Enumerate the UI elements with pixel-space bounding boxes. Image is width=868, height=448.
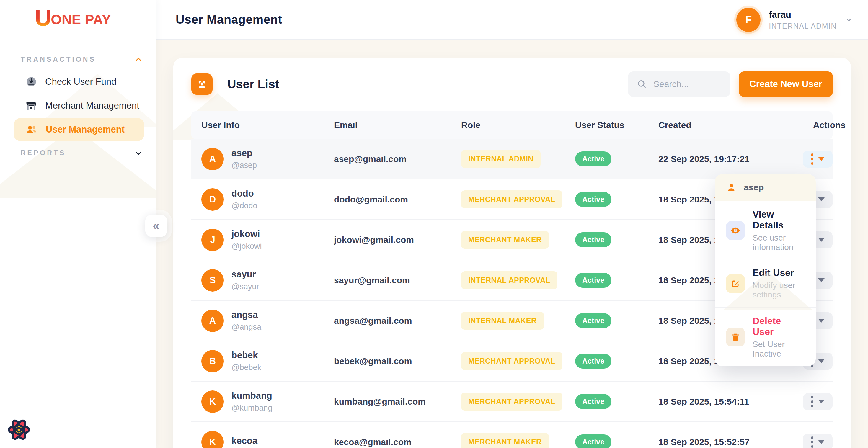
col-actions: Actions	[803, 120, 833, 130]
role-badge: MERCHANT MAKER	[461, 231, 549, 249]
user-handle: @bebek	[231, 363, 261, 372]
status-badge: Active	[575, 232, 612, 247]
status-badge: Active	[575, 313, 612, 328]
status-badge: Active	[575, 435, 612, 448]
caret-down-icon	[818, 399, 825, 404]
col-created: Created	[648, 120, 803, 130]
user-email: jokowi@gmail.com	[324, 235, 451, 245]
row-actions-button[interactable]	[803, 393, 833, 410]
search-box[interactable]	[628, 71, 731, 97]
menu-item-delete-user[interactable]: Delete User Set User Inactive	[715, 307, 816, 366]
table-row[interactable]: A asep @asep asep@gmail.com INTERNAL ADM…	[191, 139, 833, 180]
avatar: D	[202, 188, 224, 211]
brand-logo: U ONE PAY	[35, 7, 111, 28]
status-badge: Active	[575, 192, 612, 207]
react-query-devtools-icon[interactable]	[5, 416, 33, 444]
sidebar: U ONE PAY TRANSACTIONS Check User Fund M…	[0, 0, 156, 448]
user-email: kecoa@gmail.com	[324, 437, 451, 447]
col-email: Email	[324, 120, 451, 130]
role-badge: INTERNAL MAKER	[461, 312, 544, 330]
caret-down-icon	[818, 278, 825, 282]
sidebar-item-check-user-fund[interactable]: Check User Fund	[14, 70, 144, 93]
section-label: TRANSACTIONS	[21, 56, 96, 63]
user-handle: @dodo	[231, 201, 257, 211]
user-email: bebek@gmail.com	[324, 356, 451, 366]
sidebar-item-label: Merchant Management	[45, 100, 140, 111]
coin-arrow-down-icon	[25, 75, 37, 88]
table-row[interactable]: K kumbang @kumbang kumbang@gmail.com MER…	[191, 382, 833, 422]
users-icon	[25, 123, 38, 136]
role-badge: MERCHANT MAKER	[461, 433, 549, 448]
chevron-up-icon[interactable]	[135, 56, 142, 63]
sidebar-section-reports[interactable]: REPORTS	[21, 149, 142, 157]
user-name: farau	[769, 9, 837, 20]
avatar: A	[202, 310, 224, 332]
user-handle: @kumbang	[231, 404, 272, 413]
col-role: Role	[451, 120, 565, 130]
storefront-icon	[25, 99, 37, 112]
user-email: dodo@gmail.com	[324, 194, 451, 204]
row-actions-button[interactable]	[803, 151, 833, 168]
user-menu[interactable]: F farau INTERNAL ADMIN	[736, 0, 852, 39]
user-email: sayur@gmail.com	[324, 275, 451, 285]
avatar: A	[202, 148, 224, 170]
avatar: J	[202, 229, 224, 251]
chevron-down-icon[interactable]	[135, 149, 142, 157]
table-row[interactable]: K kecoa kecoa@gmail.com MERCHANT MAKER A…	[191, 422, 833, 448]
user-name: asep	[231, 148, 257, 158]
avatar: B	[202, 350, 224, 373]
role-badge: MERCHANT APPROVAL	[461, 352, 562, 370]
kebab-menu-icon	[811, 437, 813, 448]
status-badge: Active	[575, 151, 612, 166]
sidebar-item-merchant-management[interactable]: Merchant Management	[14, 94, 144, 117]
avatar: K	[202, 390, 224, 413]
menu-item-title: Edit User	[752, 267, 805, 278]
role-badge: MERCHANT APPROVAL	[461, 392, 562, 411]
status-badge: Active	[575, 354, 612, 369]
user-email: kumbang@gmail.com	[324, 397, 451, 407]
topbar: User Management F farau INTERNAL ADMIN	[156, 0, 868, 39]
user-name: kumbang	[231, 390, 272, 401]
chevron-down-icon[interactable]	[845, 16, 852, 24]
user-name: bebek	[231, 350, 261, 361]
avatar: F	[736, 8, 761, 32]
eye-icon	[730, 225, 741, 236]
sidebar-item-user-management[interactable]: User Management	[14, 118, 144, 141]
created-timestamp: 22 Sep 2025, 19:17:21	[648, 154, 803, 164]
sidebar-collapse-button[interactable]: «	[145, 215, 167, 237]
menu-item-edit-user[interactable]: Edit User Modify user settings	[715, 260, 816, 307]
caret-down-icon	[818, 359, 825, 363]
edit-icon-badge	[726, 274, 745, 293]
menu-item-subtitle: Set User Inactive	[752, 340, 805, 359]
avatar: K	[202, 431, 224, 448]
users-icon	[195, 77, 209, 91]
person-icon	[726, 182, 737, 193]
user-role: INTERNAL ADMIN	[769, 22, 837, 30]
user-handle: @sayur	[231, 282, 259, 291]
user-handle: @angsa	[231, 323, 261, 332]
row-actions-dropdown: asep View Details See user information E…	[715, 174, 816, 366]
menu-item-title: View Details	[752, 209, 805, 231]
col-user-status: User Status	[565, 120, 648, 130]
sidebar-section-transactions[interactable]: TRANSACTIONS	[21, 56, 142, 63]
trash-icon	[731, 332, 740, 342]
user-email: asep@gmail.com	[324, 154, 451, 164]
brand-logo-u: U	[35, 7, 51, 28]
kebab-menu-icon	[811, 154, 813, 165]
table-header-row: User Info Email Role User Status Created…	[191, 111, 833, 139]
search-input[interactable]	[653, 79, 718, 89]
page-title: User Management	[176, 13, 282, 27]
trash-icon-badge	[726, 328, 745, 347]
created-timestamp: 18 Sep 2025, 15:54:11	[648, 397, 803, 407]
caret-down-icon	[818, 319, 825, 323]
eye-icon-badge	[726, 221, 745, 240]
menu-item-view-details[interactable]: View Details See user information	[715, 201, 816, 260]
menu-item-subtitle: Modify user settings	[752, 281, 805, 299]
row-actions-button[interactable]	[803, 434, 833, 448]
create-new-user-button[interactable]: Create New User	[739, 71, 833, 97]
user-name: sayur	[231, 269, 259, 280]
status-badge: Active	[575, 394, 612, 409]
menu-item-title: Delete User	[752, 316, 805, 337]
user-list-icon-badge	[191, 73, 213, 95]
menu-item-subtitle: See user information	[752, 233, 805, 252]
